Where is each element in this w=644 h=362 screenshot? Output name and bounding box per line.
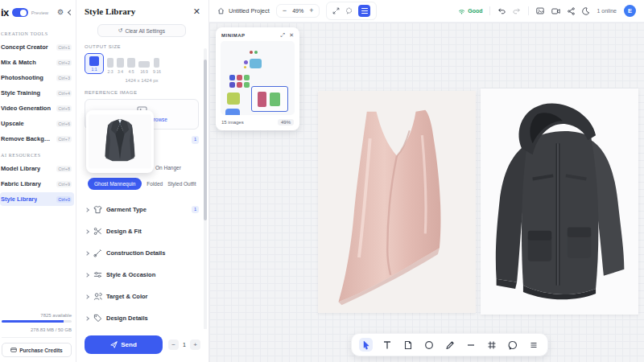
undo-icon[interactable] [497,7,506,14]
layout-panel-toggle-active[interactable] [358,5,370,17]
home-icon [217,7,225,14]
preview-toggle[interactable] [12,8,28,17]
sliders-icon [93,270,102,279]
share-icon[interactable] [568,7,575,15]
signal-icon [458,8,465,14]
pink-slip-dress-photo [318,91,476,313]
project-name: Untitled Project [229,7,270,14]
topbar-right-group: Good [458,5,636,17]
batch-decrease-button[interactable]: − [168,339,179,350]
menu-tool[interactable] [526,338,540,352]
chevron-right-icon [85,251,89,256]
minimap-close-icon[interactable]: ✕ [289,32,294,38]
minimap-zoom-badge: 49% [278,119,294,125]
accordion-style-occasion[interactable]: Style & Occasion [85,264,199,286]
sidebar-item-remove-background[interactable]: Remove Backgro... Ctrl+7 [0,132,74,146]
dark-mode-moon-icon[interactable] [582,7,589,15]
tshirt-icon [93,205,102,214]
option-on-hanger[interactable]: On Hanger [155,165,181,171]
accordion-design-details[interactable]: Design Details [85,307,199,329]
main-sidebar: ix Preview ⚙ CREATION TOOLS Concept Crea… [0,0,76,362]
sidebar-item-fabric-library[interactable]: Fabric Library Ctrl+9 [0,177,74,191]
panel-scrollbar[interactable] [204,48,207,329]
chevron-right-icon [85,294,89,299]
ellipse-tool[interactable] [422,338,436,352]
sidebar-item-upscale[interactable]: Upscale Ctrl+6 [0,117,74,130]
accordion-design-fit[interactable]: Design & Fit [85,220,199,242]
ratio-option-4-5[interactable]: 4:5 [127,58,135,74]
preview-label: Preview [31,10,48,15]
accordion-garment-type[interactable]: Garment Type 1 [85,199,199,220]
shape-page-tool[interactable] [401,338,415,352]
chevron-right-icon [85,208,89,212]
ratio-option-3-4[interactable]: 3:4 [117,58,124,74]
send-button[interactable]: Send [85,335,163,354]
clear-all-settings-button[interactable]: ↺ Clear All Settings [97,24,187,37]
collapse-sidebar-icon[interactable] [67,10,72,15]
minimap-panel: MINIMAP ⤢ ✕ [216,27,299,130]
view-tools-group [326,2,377,20]
close-panel-icon[interactable]: ✕ [193,7,200,16]
reset-icon: ↺ [118,27,122,34]
people-icon [93,292,102,301]
sidebar-item-concept-creator[interactable]: Concept Creator Ctrl+1 [0,40,74,54]
app-window: ix Preview ⚙ CREATION TOOLS Concept Crea… [0,0,644,362]
sidebar-item-photoshooting[interactable]: Photoshooting Ctrl+3 [0,71,74,84]
text-tool[interactable] [380,338,394,352]
sidebar-item-style-training[interactable]: Style Training Ctrl+4 [0,86,74,100]
ratio-option-9-16[interactable]: 9:16 [153,58,161,74]
export-image-icon[interactable] [536,7,544,14]
sidebar-item-video-generation[interactable]: Video Generation Ctrl+5 [0,101,74,115]
option-styled-outfit[interactable]: Styled Outfit [167,181,196,187]
line-tool[interactable] [464,338,477,352]
zoom-in-button[interactable]: + [309,7,313,14]
user-avatar[interactable]: E [624,5,636,17]
output-size-label: OUTPUT SIZE [85,44,199,49]
artboard-dress-image[interactable] [318,91,476,313]
style-library-panel: Style Library ✕ ↺ Clear All Settings OUT… [76,0,209,362]
frame-tool[interactable] [485,338,498,352]
comment-tool[interactable] [506,338,519,352]
option-ghost-mannequin-selected[interactable]: Ghost Mannequin [88,178,142,190]
creation-tools-section-label: CREATION TOOLS [0,25,76,39]
accordion-target-color[interactable]: Target & Color [85,286,199,307]
status-label: Good [468,8,482,14]
ratio-option-16-9[interactable]: 16:9 [138,61,150,74]
accordion-construction-details[interactable]: Construction Details [85,242,199,264]
suit-jacket-thumbnail [89,113,151,171]
dark-hooded-parka-photo [481,88,638,315]
sidebar-item-model-library[interactable]: Model Library Ctrl+8 [0,162,74,175]
minimap-viewport-map[interactable] [221,41,295,115]
option-folded[interactable]: Folded [147,181,163,187]
artboard-jacket-image[interactable] [481,88,638,315]
zoom-level-value: 49% [292,8,303,14]
project-breadcrumb[interactable]: Untitled Project [217,7,270,14]
reference-image-label: REFERENCE IMAGE [85,90,199,95]
reference-image-preview-card[interactable] [86,110,154,173]
zoom-out-button[interactable]: − [283,7,287,14]
minimap-viewport-rect[interactable] [251,86,288,112]
sidebar-item-mix-match[interactable]: Mix & Match Ctrl+2 [0,56,74,69]
pan-lasso-icon[interactable] [345,7,353,14]
settings-gear-icon[interactable]: ⚙ [57,9,64,16]
display-style-section: 1 On Hanger [85,134,199,195]
redo-icon[interactable] [513,7,521,14]
select-cursor-tool[interactable] [359,338,373,352]
credits-available-text: 7825 available [2,313,72,318]
minimap-expand-icon[interactable]: ⤢ [281,32,286,38]
ratio-option-2-3[interactable]: 2:3 [107,58,114,74]
batch-increase-button[interactable]: + [190,339,200,350]
minimap-image-count: 15 images [221,120,244,125]
scissors-icon [93,227,102,236]
settings-accordion: Garment Type 1 Design & Fit Construction… [85,199,199,329]
design-canvas[interactable]: MINIMAP ⤢ ✕ [209,23,644,362]
ratio-option-1-1[interactable]: 1:1 [85,53,104,74]
purchase-credits-button[interactable]: Purchase Credits [2,343,72,357]
fit-to-screen-icon[interactable] [332,7,340,14]
pencil-tool[interactable] [443,338,456,352]
tools-icon [93,249,102,257]
chevron-right-icon [85,316,89,321]
sidebar-item-style-library[interactable]: Style Library Ctrl+0 [0,192,74,206]
main-area: Untitled Project − 49% + Good [209,0,644,362]
video-record-icon[interactable] [551,8,560,14]
